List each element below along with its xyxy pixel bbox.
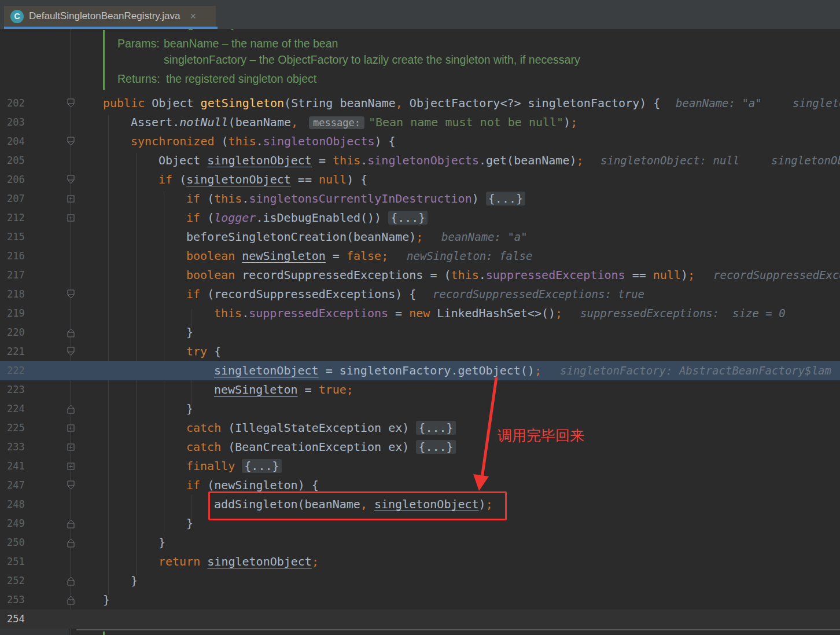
code-line[interactable]: 220} (0, 323, 840, 342)
code-line[interactable]: 233catch (BeanCreationException ex) {...… (0, 438, 840, 457)
code-text[interactable]: } (186, 399, 193, 419)
line-number[interactable]: 252 (7, 571, 25, 590)
selected-code-line[interactable]: 222singletonObject = singletonFactory.ge… (0, 361, 840, 380)
code-line[interactable]: 250} (0, 533, 840, 552)
folded-code-placeholder[interactable]: {...} (242, 459, 281, 473)
line-number[interactable]: 202 (7, 94, 25, 113)
line-number[interactable]: 253 (7, 590, 25, 610)
code-line[interactable]: 204synchronized (this.singletonObjects) … (0, 132, 840, 151)
line-number[interactable]: 248 (7, 495, 25, 514)
line-number[interactable]: 220 (7, 323, 25, 342)
line-number[interactable]: 203 (7, 113, 25, 132)
folded-code-placeholder[interactable]: {...} (486, 192, 525, 205)
line-number[interactable]: 223 (7, 380, 25, 399)
fold-start-icon[interactable] (67, 137, 75, 146)
line-number[interactable]: 224 (7, 399, 25, 419)
code-line[interactable]: 251return singletonObject; (0, 552, 840, 571)
code-text[interactable]: if (singletonObject == null) { (159, 170, 367, 189)
code-line[interactable]: 223newSingleton = true; (0, 380, 840, 399)
fold-start-icon[interactable] (67, 175, 75, 185)
code-line[interactable]: 253} (0, 590, 840, 610)
code-text[interactable]: newSingleton = true; (214, 380, 353, 399)
line-number[interactable]: 206 (7, 170, 25, 189)
code-line[interactable]: 217boolean recordSuppressedExceptions = … (0, 266, 840, 285)
code-line[interactable]: 203Assert.notNull(beanName, message:"Bea… (0, 113, 840, 132)
code-text[interactable]: catch (BeanCreationException ex) {...} (186, 438, 456, 457)
code-text[interactable]: Object singletonObject = this.singletonO… (159, 151, 584, 170)
fold-end-icon[interactable] (67, 328, 75, 337)
code-line[interactable]: 225catch (IllegalStateException ex) {...… (0, 419, 840, 438)
line-number[interactable]: 222 (7, 361, 25, 380)
line-number[interactable]: 254 (7, 610, 25, 629)
code-text[interactable]: if (recordSuppressedExceptions) { (186, 285, 416, 304)
fold-end-icon[interactable] (67, 576, 75, 586)
caret-line[interactable]: 254 (0, 610, 840, 629)
expand-fold-icon[interactable] (67, 442, 75, 452)
code-text[interactable]: beforeSingletonCreation(beanName); (186, 227, 423, 247)
line-number[interactable]: 218 (7, 285, 25, 304)
code-text[interactable]: } (186, 514, 193, 533)
code-line[interactable]: 202public Object getSingleton(String bea… (0, 94, 840, 113)
code-text[interactable]: return singletonObject; (159, 552, 319, 571)
line-number[interactable]: 216 (7, 247, 25, 266)
fold-start-icon[interactable] (67, 289, 75, 299)
code-text[interactable]: singletonObject = singletonFactory.getOb… (214, 361, 541, 380)
code-line[interactable]: 224} (0, 399, 840, 419)
code-line[interactable]: 212if (logger.isDebugEnabled()) {...} (0, 208, 840, 227)
line-number[interactable]: 249 (7, 514, 25, 533)
line-number[interactable]: 241 (7, 457, 25, 476)
line-number[interactable]: 221 (7, 342, 25, 361)
folded-code-placeholder[interactable]: {...} (416, 440, 455, 454)
fold-end-icon[interactable] (67, 404, 75, 414)
code-text[interactable]: Assert.notNull(beanName, message:"Bean n… (131, 113, 577, 132)
code-text[interactable]: if (logger.isDebugEnabled()) {...} (186, 208, 428, 227)
line-number[interactable]: 250 (7, 533, 25, 552)
code-text[interactable]: } (159, 533, 165, 552)
fold-end-icon[interactable] (67, 538, 75, 548)
expand-fold-icon[interactable] (67, 461, 75, 471)
code-text[interactable]: catch (IllegalStateException ex) {...} (186, 419, 456, 438)
code-line[interactable]: 252} (0, 571, 840, 590)
line-number[interactable]: 247 (7, 476, 25, 495)
code-text[interactable]: } (103, 590, 110, 610)
line-number[interactable]: 225 (7, 419, 25, 438)
expand-fold-icon[interactable] (67, 423, 75, 433)
code-text[interactable]: this.suppressedExceptions = new LinkedHa… (214, 304, 562, 323)
code-text[interactable]: finally {...} (186, 457, 282, 476)
line-number[interactable]: 219 (7, 304, 25, 323)
code-line[interactable]: 206if (singletonObject == null) { (0, 170, 840, 189)
fold-end-icon[interactable] (67, 595, 75, 605)
fold-start-icon[interactable] (67, 98, 75, 108)
code-line[interactable]: 219this.suppressedExceptions = new Linke… (0, 304, 840, 323)
expand-fold-icon[interactable] (67, 194, 75, 204)
code-text[interactable]: synchronized (this.singletonObjects) { (131, 132, 396, 151)
code-line[interactable]: 216boolean newSingleton = false;newSingl… (0, 247, 840, 266)
code-text[interactable]: public Object getSingleton(String beanNa… (103, 94, 660, 113)
line-number[interactable]: 215 (7, 227, 25, 247)
tab-close-icon[interactable]: × (190, 10, 196, 23)
line-number[interactable]: 205 (7, 151, 25, 170)
code-text[interactable]: } (186, 323, 193, 342)
line-number[interactable]: 233 (7, 438, 25, 457)
code-line[interactable]: 221try { (0, 342, 840, 361)
file-tab[interactable]: C DefaultSingletonBeanRegistry.java × (4, 6, 216, 27)
folded-code-placeholder[interactable]: {...} (388, 211, 428, 225)
code-line[interactable]: 241finally {...} (0, 457, 840, 476)
fold-start-icon[interactable] (67, 347, 75, 357)
code-text[interactable]: try { (186, 342, 221, 361)
line-number[interactable]: 204 (7, 132, 25, 151)
fold-end-icon[interactable] (67, 519, 75, 528)
code-line[interactable]: 218if (recordSuppressedExceptions) {reco… (0, 285, 840, 304)
fold-start-icon[interactable] (67, 480, 75, 490)
folded-code-placeholder[interactable]: {...} (416, 421, 455, 435)
code-line[interactable]: 207if (this.singletonsCurrentlyInDestruc… (0, 189, 840, 208)
line-number[interactable]: 217 (7, 266, 25, 285)
code-text[interactable]: } (131, 571, 138, 590)
code-line[interactable]: 215beforeSingletonCreation(beanName);bea… (0, 227, 840, 247)
code-line[interactable]: 205Object singletonObject = this.singlet… (0, 151, 840, 170)
code-text[interactable]: boolean recordSuppressedExceptions = (th… (186, 266, 695, 285)
expand-fold-icon[interactable] (67, 213, 75, 223)
code-text[interactable]: boolean newSingleton = false; (186, 247, 388, 266)
line-number[interactable]: 212 (7, 208, 25, 227)
line-number[interactable]: 207 (7, 189, 25, 208)
